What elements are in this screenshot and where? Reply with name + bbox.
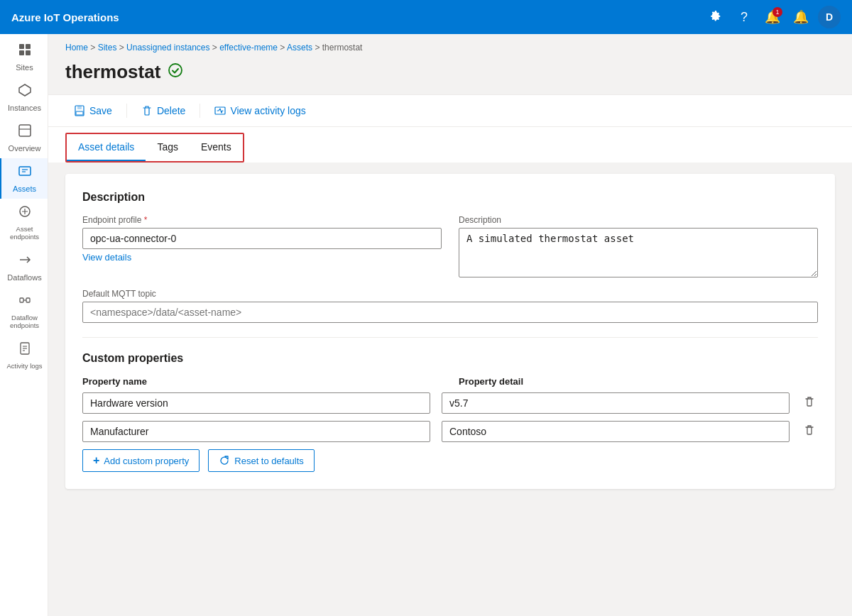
svg-rect-3: [26, 50, 31, 55]
sidebar-label-sites: Sites: [16, 63, 33, 72]
svg-rect-19: [77, 106, 82, 109]
toolbar-divider-1: [126, 104, 127, 118]
svg-point-17: [169, 64, 182, 77]
sidebar-label-overview: Overview: [9, 144, 41, 153]
save-button[interactable]: Save: [65, 101, 121, 121]
sidebar-label-assets: Assets: [13, 185, 36, 193]
custom-properties-section: Custom properties Property name Property…: [82, 352, 818, 472]
svg-rect-2: [19, 50, 24, 55]
breadcrumb-effective-meme[interactable]: effective-meme: [219, 43, 278, 53]
svg-rect-1: [26, 44, 31, 49]
description-label: Description: [459, 215, 818, 225]
main-layout: Sites Instances Overview Assets Asset en…: [0, 34, 852, 616]
svg-rect-11: [26, 298, 30, 302]
toolbar-divider-2: [200, 104, 200, 118]
custom-prop-row-2: [82, 421, 818, 442]
breadcrumb-unassigned[interactable]: Unassigned instances: [126, 43, 209, 53]
view-activity-label: View activity logs: [230, 105, 305, 116]
svg-rect-0: [19, 44, 24, 49]
content-area: Home > Sites > Unassigned instances > ef…: [48, 34, 852, 616]
settings-icon-btn[interactable]: [704, 6, 727, 28]
trash-icon-1: [804, 396, 815, 407]
tab-asset-details[interactable]: Asset details: [67, 134, 146, 161]
property-name-input-2[interactable]: [82, 421, 430, 442]
sidebar-item-sites[interactable]: Sites: [0, 37, 48, 77]
sidebar: Sites Instances Overview Assets Asset en…: [0, 34, 48, 616]
mqtt-topic-group: Default MQTT topic: [82, 289, 818, 323]
nav-icon-group: ? 🔔 1 🔔 D: [704, 6, 841, 28]
asset-endpoints-icon: [18, 204, 32, 222]
connected-status-icon: [168, 62, 183, 82]
add-custom-property-button[interactable]: + Add custom property: [82, 449, 200, 472]
svg-rect-4: [19, 125, 31, 136]
reset-defaults-label: Reset to defaults: [234, 456, 304, 466]
dataflows-icon: [18, 253, 32, 270]
notification-badge: 1: [772, 7, 782, 17]
plus-icon: +: [93, 454, 99, 467]
view-activity-button[interactable]: View activity logs: [206, 101, 314, 121]
property-name-input-1[interactable]: [82, 392, 430, 414]
help-icon-btn[interactable]: ?: [733, 6, 755, 28]
sidebar-label-activity-logs: Activity logs: [6, 362, 42, 370]
endpoint-profile-label: Endpoint profile *: [82, 215, 442, 225]
save-label: Save: [89, 105, 112, 116]
sidebar-item-instances[interactable]: Instances: [0, 77, 48, 118]
svg-rect-20: [76, 111, 83, 115]
sidebar-label-dataflows: Dataflows: [7, 273, 41, 282]
property-detail-input-1[interactable]: [442, 392, 790, 414]
breadcrumb-sites[interactable]: Sites: [98, 43, 117, 53]
mqtt-label: Default MQTT topic: [82, 289, 818, 299]
settings-icon: [709, 11, 722, 23]
delete-icon: [141, 105, 153, 116]
activity-logs-icon: [18, 341, 32, 359]
reset-defaults-button[interactable]: Reset to defaults: [208, 449, 315, 472]
sidebar-item-activity-logs[interactable]: Activity logs: [0, 336, 48, 375]
add-custom-property-label: Add custom property: [104, 456, 189, 466]
instances-icon: [18, 83, 32, 101]
sidebar-label-dataflow-endpoints: Dataflow endpoints: [4, 314, 45, 330]
activity-icon: [214, 105, 226, 116]
endpoint-profile-input[interactable]: [82, 228, 442, 249]
sidebar-item-asset-endpoints[interactable]: Asset endpoints: [0, 199, 48, 247]
view-details-link[interactable]: View details: [82, 252, 442, 263]
sidebar-item-dataflow-endpoints[interactable]: Dataflow endpoints: [0, 287, 48, 336]
breadcrumb: Home > Sites > Unassigned instances > ef…: [48, 34, 852, 55]
tab-tags[interactable]: Tags: [146, 134, 190, 161]
description-group: Description A simulated thermostat asset: [459, 215, 818, 277]
avatar[interactable]: D: [818, 6, 841, 28]
breadcrumb-home[interactable]: Home: [65, 43, 88, 53]
breadcrumb-thermostat: thermostat: [322, 43, 363, 53]
custom-properties-title: Custom properties: [82, 352, 818, 365]
help-icon: ?: [741, 10, 748, 25]
action-buttons: + Add custom property Reset to defaults: [82, 449, 818, 472]
dataflow-endpoints-icon: [18, 293, 32, 311]
main-card: Description Endpoint profile * View deta…: [65, 174, 835, 489]
property-detail-input-2[interactable]: [442, 421, 790, 442]
endpoint-profile-group: Endpoint profile * View details: [82, 215, 442, 277]
tab-events[interactable]: Events: [190, 134, 243, 161]
delete-row-1-button[interactable]: [801, 393, 818, 413]
page-title: thermostat: [65, 61, 160, 83]
app-title: Azure IoT Operations: [11, 11, 704, 23]
top-navigation: Azure IoT Operations ? 🔔 1 🔔 D: [0, 0, 852, 34]
delete-button[interactable]: Delete: [133, 101, 194, 121]
assets-icon: [18, 164, 32, 182]
alerts-icon-btn[interactable]: 🔔: [790, 6, 812, 28]
sidebar-item-overview[interactable]: Overview: [0, 118, 48, 158]
mqtt-topic-input[interactable]: [82, 302, 818, 323]
save-icon: [74, 105, 85, 116]
svg-rect-10: [20, 298, 23, 302]
breadcrumb-assets[interactable]: Assets: [287, 43, 312, 53]
delete-row-2-button[interactable]: [801, 422, 818, 441]
sidebar-item-assets[interactable]: Assets: [0, 158, 48, 199]
property-name-header: Property name: [82, 376, 442, 387]
property-detail-header: Property detail: [459, 376, 818, 387]
section-divider: [82, 337, 818, 338]
notifications-icon-btn[interactable]: 🔔 1: [761, 6, 784, 28]
alert-icon: 🔔: [793, 9, 809, 25]
description-textarea[interactable]: A simulated thermostat asset: [459, 228, 818, 277]
sidebar-label-asset-endpoints: Asset endpoints: [4, 225, 45, 241]
sidebar-item-dataflows[interactable]: Dataflows: [0, 247, 48, 287]
description-section: Description Endpoint profile * View deta…: [82, 191, 818, 323]
required-indicator: *: [144, 215, 148, 225]
